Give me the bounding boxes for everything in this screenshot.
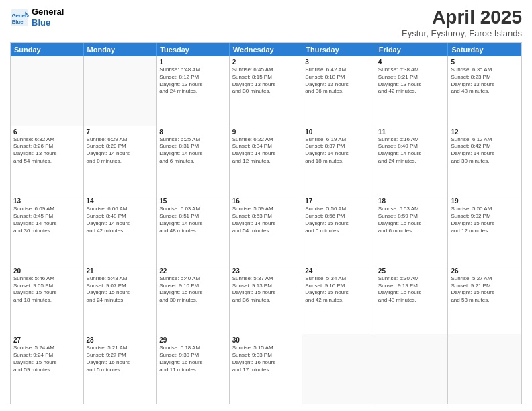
day-info: Sunrise: 5:27 AM Sunset: 9:21 PM Dayligh… [451, 275, 519, 304]
day-info: Sunrise: 6:22 AM Sunset: 8:34 PM Dayligh… [232, 136, 300, 165]
day-number: 24 [305, 267, 372, 275]
day-number: 29 [159, 336, 226, 344]
day-number: 16 [232, 197, 300, 205]
cal-cell: 25Sunrise: 5:30 AM Sunset: 9:19 PM Dayli… [375, 265, 449, 334]
cal-cell: 24Sunrise: 5:34 AM Sunset: 9:16 PM Dayli… [302, 265, 375, 334]
day-info: Sunrise: 6:42 AM Sunset: 8:18 PM Dayligh… [305, 66, 372, 95]
cal-cell: 30Sunrise: 5:15 AM Sunset: 9:33 PM Dayli… [230, 334, 303, 404]
day-info: Sunrise: 6:06 AM Sunset: 8:48 PM Dayligh… [87, 205, 154, 234]
cal-cell [375, 334, 449, 404]
cal-cell: 16Sunrise: 5:59 AM Sunset: 8:53 PM Dayli… [230, 195, 303, 265]
logo-general: General [32, 7, 64, 17]
cal-cell: 3Sunrise: 6:42 AM Sunset: 8:18 PM Daylig… [302, 56, 375, 126]
day-number: 12 [451, 128, 519, 136]
day-number: 21 [87, 267, 154, 275]
day-info: Sunrise: 6:09 AM Sunset: 8:45 PM Dayligh… [13, 205, 81, 234]
cal-row: 13Sunrise: 6:09 AM Sunset: 8:45 PM Dayli… [11, 195, 521, 265]
day-info: Sunrise: 5:56 AM Sunset: 8:56 PM Dayligh… [305, 205, 372, 234]
cal-cell [448, 334, 521, 404]
day-number: 2 [232, 58, 300, 66]
day-number: 7 [87, 128, 154, 136]
day-info: Sunrise: 6:12 AM Sunset: 8:42 PM Dayligh… [451, 136, 519, 165]
cal-header-cell: Tuesday [157, 43, 230, 56]
cal-header-cell: Sunday [11, 43, 84, 56]
cal-header-cell: Wednesday [230, 43, 303, 56]
cal-cell: 14Sunrise: 6:06 AM Sunset: 8:48 PM Dayli… [84, 195, 157, 265]
cal-header-cell: Saturday [448, 43, 521, 56]
day-info: Sunrise: 5:50 AM Sunset: 9:02 PM Dayligh… [451, 205, 519, 234]
day-info: Sunrise: 6:35 AM Sunset: 8:23 PM Dayligh… [451, 66, 519, 95]
day-info: Sunrise: 5:37 AM Sunset: 9:13 PM Dayligh… [232, 275, 300, 304]
day-info: Sunrise: 6:38 AM Sunset: 8:21 PM Dayligh… [378, 66, 445, 95]
day-number: 1 [159, 58, 226, 66]
cal-cell: 2Sunrise: 6:45 AM Sunset: 8:15 PM Daylig… [230, 56, 303, 126]
day-number: 30 [232, 336, 300, 344]
day-info: Sunrise: 5:46 AM Sunset: 9:05 PM Dayligh… [13, 275, 81, 304]
main-title: April 2025 [402, 7, 522, 28]
cal-cell: 28Sunrise: 5:21 AM Sunset: 9:27 PM Dayli… [84, 334, 157, 404]
cal-cell: 21Sunrise: 5:43 AM Sunset: 9:07 PM Dayli… [84, 265, 157, 334]
day-number: 26 [451, 267, 519, 275]
day-info: Sunrise: 5:53 AM Sunset: 8:59 PM Dayligh… [378, 205, 445, 234]
day-info: Sunrise: 5:18 AM Sunset: 9:30 PM Dayligh… [159, 345, 226, 373]
day-info: Sunrise: 6:16 AM Sunset: 8:40 PM Dayligh… [378, 136, 445, 165]
day-number: 25 [378, 267, 445, 275]
day-number: 23 [232, 267, 300, 275]
cal-header-cell: Thursday [302, 43, 375, 56]
cal-cell: 29Sunrise: 5:18 AM Sunset: 9:30 PM Dayli… [157, 334, 230, 404]
cal-header-cell: Monday [84, 43, 157, 56]
cal-cell: 27Sunrise: 5:24 AM Sunset: 9:24 PM Dayli… [11, 334, 84, 404]
day-number: 10 [305, 128, 372, 136]
day-info: Sunrise: 6:48 AM Sunset: 8:12 PM Dayligh… [159, 66, 226, 95]
cal-cell: 12Sunrise: 6:12 AM Sunset: 8:42 PM Dayli… [448, 126, 521, 195]
logo-blue: Blue [32, 17, 64, 28]
day-info: Sunrise: 5:30 AM Sunset: 9:19 PM Dayligh… [378, 275, 445, 304]
day-info: Sunrise: 5:15 AM Sunset: 9:33 PM Dayligh… [232, 345, 300, 373]
day-info: Sunrise: 6:25 AM Sunset: 8:31 PM Dayligh… [159, 136, 226, 165]
day-number: 6 [13, 128, 81, 136]
logo-icon: General Blue [10, 8, 29, 27]
cal-row: 6Sunrise: 6:32 AM Sunset: 8:26 PM Daylig… [11, 126, 521, 195]
svg-text:Blue: Blue [12, 19, 24, 25]
cal-cell [11, 56, 84, 126]
page: General Blue General Blue April 2025 Eys… [0, 0, 532, 411]
cal-cell [302, 334, 375, 404]
day-number: 4 [378, 58, 445, 66]
cal-cell: 8Sunrise: 6:25 AM Sunset: 8:31 PM Daylig… [157, 126, 230, 195]
day-info: Sunrise: 6:29 AM Sunset: 8:29 PM Dayligh… [87, 136, 154, 165]
day-number: 3 [305, 58, 372, 66]
day-number: 15 [159, 197, 226, 205]
day-info: Sunrise: 5:24 AM Sunset: 9:24 PM Dayligh… [13, 345, 81, 373]
day-info: Sunrise: 6:19 AM Sunset: 8:37 PM Dayligh… [305, 136, 372, 165]
cal-cell: 4Sunrise: 6:38 AM Sunset: 8:21 PM Daylig… [375, 56, 449, 126]
logo: General Blue General Blue [10, 7, 64, 28]
day-number: 17 [305, 197, 372, 205]
day-number: 11 [378, 128, 445, 136]
day-info: Sunrise: 5:34 AM Sunset: 9:16 PM Dayligh… [305, 275, 372, 304]
cal-cell: 13Sunrise: 6:09 AM Sunset: 8:45 PM Dayli… [11, 195, 84, 265]
day-number: 9 [232, 128, 300, 136]
header: General Blue General Blue April 2025 Eys… [10, 7, 522, 38]
cal-header-cell: Friday [375, 43, 449, 56]
calendar-body: 1Sunrise: 6:48 AM Sunset: 8:12 PM Daylig… [11, 56, 521, 404]
day-number: 20 [13, 267, 81, 275]
cal-cell: 10Sunrise: 6:19 AM Sunset: 8:37 PM Dayli… [302, 126, 375, 195]
cal-cell: 26Sunrise: 5:27 AM Sunset: 9:21 PM Dayli… [448, 265, 521, 334]
day-number: 28 [87, 336, 154, 344]
cal-cell: 15Sunrise: 6:03 AM Sunset: 8:51 PM Dayli… [157, 195, 230, 265]
day-info: Sunrise: 5:59 AM Sunset: 8:53 PM Dayligh… [232, 205, 300, 234]
cal-row: 20Sunrise: 5:46 AM Sunset: 9:05 PM Dayli… [11, 265, 521, 334]
day-number: 14 [87, 197, 154, 205]
cal-cell: 11Sunrise: 6:16 AM Sunset: 8:40 PM Dayli… [375, 126, 449, 195]
calendar-header: SundayMondayTuesdayWednesdayThursdayFrid… [11, 43, 521, 56]
cal-cell: 20Sunrise: 5:46 AM Sunset: 9:05 PM Dayli… [11, 265, 84, 334]
day-info: Sunrise: 5:21 AM Sunset: 9:27 PM Dayligh… [87, 345, 154, 373]
day-number: 8 [159, 128, 226, 136]
day-info: Sunrise: 5:43 AM Sunset: 9:07 PM Dayligh… [87, 275, 154, 304]
day-number: 13 [13, 197, 81, 205]
day-number: 19 [451, 197, 519, 205]
day-number: 18 [378, 197, 445, 205]
day-info: Sunrise: 6:45 AM Sunset: 8:15 PM Dayligh… [232, 66, 300, 95]
cal-cell: 18Sunrise: 5:53 AM Sunset: 8:59 PM Dayli… [375, 195, 449, 265]
cal-cell: 1Sunrise: 6:48 AM Sunset: 8:12 PM Daylig… [157, 56, 230, 126]
